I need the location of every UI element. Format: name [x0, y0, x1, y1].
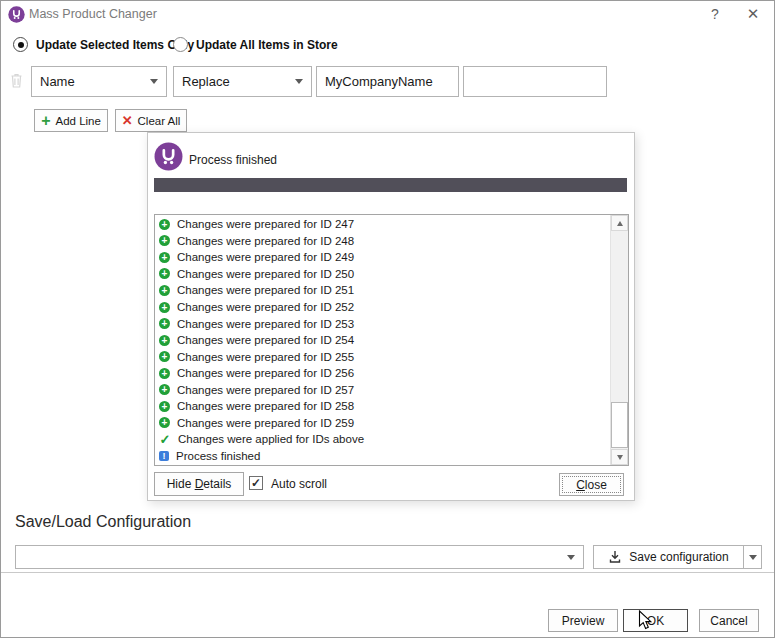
log-text: Changes were prepared for ID 248 [177, 235, 354, 247]
radio-update-selected[interactable]: Update Selected Items Only [13, 37, 194, 52]
info-icon: ! [159, 451, 169, 461]
preview-button[interactable]: Preview [548, 609, 618, 632]
ok-button[interactable]: OK [623, 609, 688, 632]
log-listbox[interactable]: +Changes were prepared for ID 247+Change… [154, 214, 629, 466]
configuration-dropdown[interactable] [15, 545, 584, 569]
log-row: +Changes were prepared for ID 254 [155, 332, 610, 349]
log-row: +Changes were prepared for ID 251 [155, 282, 610, 299]
log-text: Changes were prepared for ID 256 [177, 367, 354, 379]
hide-details-button[interactable]: Hide Details [154, 472, 244, 496]
log-text: Changes were prepared for ID 247 [177, 218, 354, 230]
log-row: +Changes were prepared for ID 255 [155, 348, 610, 365]
auto-scroll-label: Auto scroll [271, 477, 327, 491]
radio-selected-icon [13, 37, 28, 52]
auto-scroll-checkbox[interactable]: ✓ [249, 476, 263, 490]
log-text: Changes were prepared for ID 253 [177, 318, 354, 330]
log-row: +Changes were prepared for ID 256 [155, 365, 610, 382]
plus-icon: + [41, 116, 50, 126]
add-line-label: Add Line [55, 115, 100, 127]
plus-icon: + [159, 302, 170, 313]
mass-product-changer-window: Mass Product Changer ? ✕ Update Selected… [0, 0, 775, 638]
log-list: +Changes were prepared for ID 247+Change… [155, 216, 610, 464]
progress-status-text: Process finished [189, 153, 277, 167]
log-text: Changes were prepared for ID 251 [177, 284, 354, 296]
scroll-down-button[interactable] [611, 449, 628, 465]
log-row: +Changes were prepared for ID 250 [155, 266, 610, 283]
chevron-down-icon [295, 79, 303, 84]
log-text: Changes were prepared for ID 250 [177, 268, 354, 280]
chevron-down-icon [567, 555, 575, 560]
app-logo-cart-icon [8, 6, 25, 27]
close-dialog-button[interactable]: Close [559, 473, 624, 496]
clear-all-label: Clear All [138, 115, 181, 127]
replace-value-input[interactable] [463, 66, 607, 97]
help-button[interactable]: ? [702, 4, 728, 24]
plus-icon: + [159, 368, 170, 379]
log-text: Changes were applied for IDs above [178, 433, 364, 445]
log-text: Changes were prepared for ID 255 [177, 351, 354, 363]
log-text: Changes were prepared for ID 252 [177, 301, 354, 313]
arrow-up-icon [617, 221, 623, 226]
clear-all-button[interactable]: ✕ Clear All [115, 109, 187, 132]
log-text: Changes were prepared for ID 258 [177, 400, 354, 412]
hide-details-label: Hide Details [167, 477, 232, 491]
plus-icon: + [159, 417, 170, 428]
cancel-label: Cancel [710, 614, 747, 628]
plus-icon: + [159, 252, 170, 263]
log-row: !Process finished [155, 448, 610, 465]
field-dropdown-value: Name [40, 74, 75, 89]
operation-dropdown-value: Replace [182, 74, 230, 89]
log-row: +Changes were prepared for ID 252 [155, 299, 610, 316]
log-scrollbar[interactable] [610, 215, 628, 465]
scrollbar-thumb[interactable] [611, 402, 628, 448]
log-row: +Changes were prepared for ID 258 [155, 398, 610, 415]
log-row: +Changes were prepared for ID 248 [155, 233, 610, 250]
check-icon: ✓ [159, 434, 171, 445]
cancel-button[interactable]: Cancel [699, 609, 759, 632]
save-configuration-button[interactable]: Save configuration [593, 545, 762, 569]
log-row: ✓Changes were applied for IDs above [155, 431, 610, 448]
log-text: Changes were prepared for ID 254 [177, 334, 354, 346]
window-title: Mass Product Changer [29, 7, 157, 21]
save-configuration-main[interactable]: Save configuration [594, 546, 743, 568]
close-label: Close [576, 478, 607, 492]
radio-unselected-icon [173, 37, 188, 52]
save-load-heading: Save/Load Configuration [15, 513, 191, 531]
radio-update-all-label: Update All Items in Store [196, 38, 338, 52]
operation-dropdown[interactable]: Replace [173, 66, 312, 97]
log-row: +Changes were prepared for ID 249 [155, 249, 610, 266]
log-text: Process finished [176, 450, 260, 462]
chevron-down-icon [150, 79, 158, 84]
plus-icon: + [159, 384, 170, 395]
arrow-down-icon [617, 455, 623, 460]
field-dropdown[interactable]: Name [31, 66, 167, 97]
download-save-icon [608, 550, 622, 564]
plus-icon: + [159, 335, 170, 346]
plus-icon: + [159, 235, 170, 246]
dialog-cart-icon [154, 142, 183, 175]
close-window-button[interactable]: ✕ [740, 4, 766, 24]
save-configuration-label: Save configuration [629, 550, 728, 564]
red-x-icon: ✕ [122, 116, 133, 126]
save-configuration-split-arrow[interactable] [743, 546, 761, 568]
find-value-input[interactable]: MyCompanyName [316, 66, 459, 97]
chevron-down-icon [749, 555, 757, 560]
add-line-button[interactable]: + Add Line [34, 109, 108, 132]
delete-line-trash-icon[interactable] [9, 72, 24, 93]
radio-update-all[interactable]: Update All Items in Store [173, 37, 338, 52]
plus-icon: + [159, 219, 170, 230]
ok-label: OK [647, 614, 664, 628]
checkmark-icon: ✓ [251, 477, 261, 489]
log-row: +Changes were prepared for ID 259 [155, 415, 610, 432]
progress-dialog: Process finished +Changes were prepared … [147, 132, 635, 501]
scroll-up-button[interactable] [611, 215, 628, 231]
plus-icon: + [159, 401, 170, 412]
log-text: Changes were prepared for ID 249 [177, 251, 354, 263]
log-row: +Changes were prepared for ID 253 [155, 315, 610, 332]
footer-divider [1, 572, 774, 573]
progress-bar [154, 178, 627, 192]
find-value-text: MyCompanyName [325, 74, 433, 89]
log-text: Changes were prepared for ID 259 [177, 417, 354, 429]
plus-icon: + [159, 268, 170, 279]
log-row: +Changes were prepared for ID 257 [155, 381, 610, 398]
